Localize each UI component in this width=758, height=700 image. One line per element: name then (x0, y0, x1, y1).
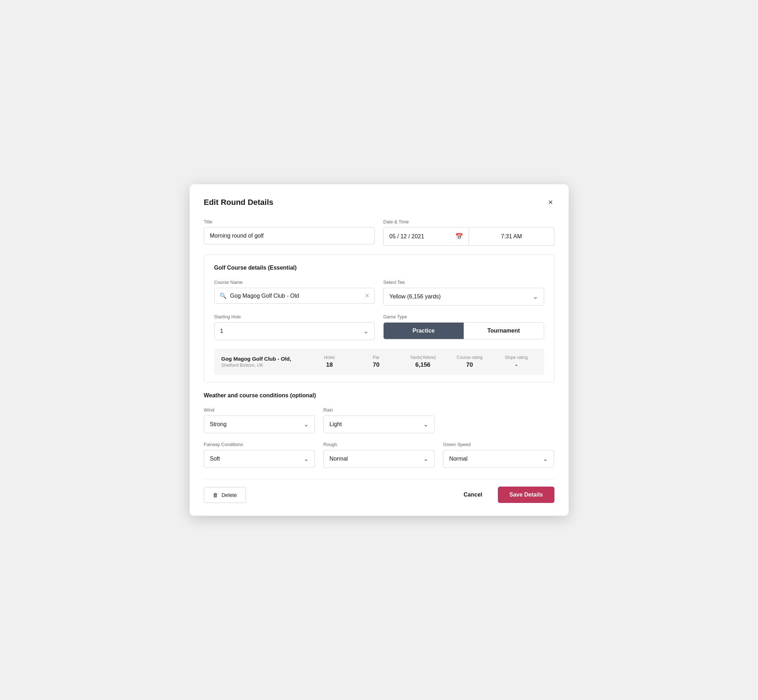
game-type-toggle: Practice Tournament (383, 322, 544, 339)
fairway-value: Soft (210, 456, 220, 462)
course-name-group: Course Name 🔍 Gog Magog Golf Club - Old … (214, 280, 375, 304)
calendar-icon: 📅 (455, 233, 463, 241)
starting-hole-value: 1 (220, 328, 224, 334)
rain-label: Rain (324, 407, 434, 412)
rough-label: Rough (324, 442, 434, 447)
chevron-down-icon: ⌄ (363, 327, 369, 335)
title-label: Title (204, 219, 375, 225)
modal-title: Edit Round Details (204, 198, 274, 207)
tournament-button[interactable]: Tournament (464, 323, 544, 339)
time-value: 7:31 AM (501, 233, 522, 240)
course-tee-row: Course Name 🔍 Gog Magog Golf Club - Old … (214, 280, 544, 306)
rough-group: Rough Normal ⌄ (324, 442, 434, 468)
footer-row: 🗑 Delete Cancel Save Details (204, 479, 554, 503)
green-speed-value: Normal (449, 456, 468, 462)
course-name-label: Course Name (214, 280, 375, 285)
practice-button[interactable]: Practice (384, 323, 464, 339)
holes-stat: Holes 18 (303, 355, 350, 369)
starting-hole-dropdown[interactable]: 1 ⌄ (214, 322, 375, 340)
delete-label: Delete (222, 492, 237, 498)
rough-dropdown[interactable]: Normal ⌄ (324, 450, 434, 468)
golf-section-title: Golf Course details (Essential) (214, 265, 544, 271)
close-button[interactable]: × (547, 197, 554, 208)
course-rating-stat: Course rating 70 (443, 355, 490, 369)
cancel-button[interactable]: Cancel (457, 487, 489, 502)
rain-group: Rain Light ⌄ (324, 407, 434, 433)
fairway-rough-green-row: Fairway Conditions Soft ⌄ Rough Normal ⌄… (204, 442, 554, 468)
datetime-group: Date & Time 05 / 12 / 2021 📅 7:31 AM (383, 219, 554, 246)
green-speed-dropdown[interactable]: Normal ⌄ (443, 450, 554, 468)
chevron-down-icon: ⌄ (543, 455, 548, 463)
select-tee-group: Select Tee Yellow (6,156 yards) ⌄ (383, 280, 544, 306)
datetime-label: Date & Time (383, 219, 554, 225)
delete-button[interactable]: 🗑 Delete (204, 487, 246, 503)
date-input[interactable]: 05 / 12 / 2021 📅 (383, 227, 469, 246)
wind-group: Wind Strong ⌄ (204, 407, 315, 433)
slope-rating-stat: Slope rating - (490, 355, 537, 369)
save-button[interactable]: Save Details (498, 487, 554, 503)
chevron-down-icon: ⌄ (304, 455, 309, 463)
time-input[interactable]: 7:31 AM (469, 227, 554, 246)
search-icon: 🔍 (219, 292, 227, 299)
select-tee-label: Select Tee (383, 280, 544, 285)
wind-rain-row: Wind Strong ⌄ Rain Light ⌄ (204, 407, 554, 433)
select-tee-dropdown[interactable]: Yellow (6,156 yards) ⌄ (383, 288, 544, 306)
game-type-group: Game Type Practice Tournament (383, 314, 544, 339)
footer-right: Cancel Save Details (457, 487, 554, 503)
starting-hole-group: Starting Hole 1 ⌄ (214, 314, 375, 340)
rain-value: Light (329, 421, 342, 428)
par-label: Par (356, 355, 396, 360)
starting-hole-label: Starting Hole (214, 314, 375, 319)
chevron-down-icon: ⌄ (304, 420, 309, 428)
course-rating-label: Course rating (449, 355, 490, 360)
weather-section-title: Weather and course conditions (optional) (204, 392, 554, 399)
course-info-location: Shelford Bottom, UK (221, 362, 304, 368)
par-stat: Par 70 (350, 355, 396, 369)
edit-round-modal: Edit Round Details × Title Date & Time 0… (190, 184, 568, 516)
green-speed-label: Green Speed (443, 442, 554, 447)
trash-icon: 🗑 (213, 492, 218, 498)
chevron-down-icon: ⌄ (423, 455, 429, 463)
game-type-label: Game Type (383, 314, 544, 319)
title-datetime-row: Title Date & Time 05 / 12 / 2021 📅 7:31 … (204, 219, 554, 246)
title-group: Title (204, 219, 375, 244)
yards-value: 6,156 (402, 361, 443, 369)
wind-label: Wind (204, 407, 315, 412)
clear-icon[interactable]: ✕ (365, 292, 370, 299)
rough-value: Normal (329, 456, 348, 462)
course-name-input[interactable]: 🔍 Gog Magog Golf Club - Old ✕ (214, 288, 375, 304)
golf-course-section: Golf Course details (Essential) Course N… (204, 254, 554, 382)
modal-header: Edit Round Details × (204, 197, 554, 208)
hole-gametype-row: Starting Hole 1 ⌄ Game Type Practice Tou… (214, 314, 544, 340)
course-info-name-group: Gog Magog Golf Club - Old, Shelford Bott… (221, 356, 304, 368)
date-value: 05 / 12 / 2021 (389, 233, 424, 240)
date-time-inputs: 05 / 12 / 2021 📅 7:31 AM (383, 227, 554, 246)
slope-rating-value: - (496, 361, 537, 369)
course-rating-value: 70 (449, 361, 490, 369)
course-info-bar: Gog Magog Golf Club - Old, Shelford Bott… (214, 348, 544, 375)
rain-dropdown[interactable]: Light ⌄ (324, 416, 434, 433)
green-speed-group: Green Speed Normal ⌄ (443, 442, 554, 468)
holes-value: 18 (309, 361, 350, 369)
yards-stat: Yards(Yellow) 6,156 (397, 355, 443, 369)
fairway-dropdown[interactable]: Soft ⌄ (204, 450, 315, 468)
chevron-down-icon: ⌄ (533, 293, 538, 300)
course-name-value: Gog Magog Golf Club - Old (230, 293, 299, 299)
wind-value: Strong (210, 421, 227, 428)
holes-label: Holes (309, 355, 350, 360)
title-input[interactable] (204, 227, 375, 244)
course-info-name: Gog Magog Golf Club - Old, (221, 356, 304, 362)
chevron-down-icon: ⌄ (423, 420, 429, 428)
fairway-group: Fairway Conditions Soft ⌄ (204, 442, 315, 468)
select-tee-value: Yellow (6,156 yards) (389, 294, 440, 300)
weather-section: Weather and course conditions (optional)… (204, 392, 554, 468)
par-value: 70 (356, 361, 396, 369)
yards-label: Yards(Yellow) (402, 355, 443, 360)
wind-dropdown[interactable]: Strong ⌄ (204, 416, 315, 433)
fairway-label: Fairway Conditions (204, 442, 315, 447)
slope-rating-label: Slope rating (496, 355, 537, 360)
